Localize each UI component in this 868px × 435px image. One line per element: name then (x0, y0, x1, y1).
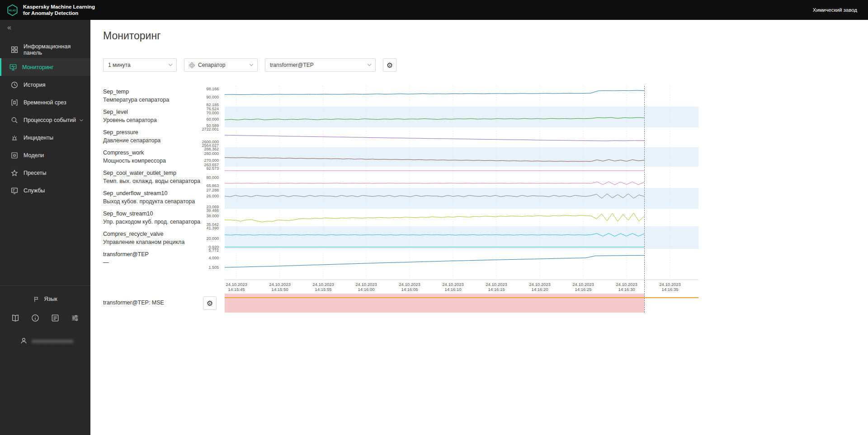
sidebar-item-incidents[interactable]: Инциденты (0, 129, 90, 146)
account-email-redacted: ●●●●●●●●●●●● (32, 338, 74, 344)
x-tick-label: 24.10.202314:15:55 (302, 282, 345, 292)
sidebar-item-dashboard[interactable]: Информационная панель (0, 41, 90, 58)
sidebar-item-services[interactable]: Службы (0, 182, 90, 199)
sliders-icon (71, 313, 80, 323)
info-icon (31, 313, 40, 323)
signal-row[interactable]: Sep_cool_water_outlet_tempТемп. вых. охл… (103, 170, 200, 184)
monitoring-chart[interactable] (225, 86, 698, 280)
sidebar-collapse-button[interactable]: « (7, 23, 11, 32)
series-Sep_pressure (225, 135, 644, 141)
sidebar-item-label: Инциденты (24, 135, 53, 141)
x-tick-label: 24.10.202314:16:30 (605, 282, 648, 292)
presets-star-icon (10, 169, 19, 177)
document-list-icon (51, 313, 60, 323)
time-cursor-line[interactable] (644, 86, 645, 313)
sidebar-item-monitoring[interactable]: Мониторинг (0, 58, 90, 76)
news-button[interactable] (51, 313, 60, 323)
x-tick-label: 24.10.202314:16:15 (475, 282, 518, 292)
sidebar-item-label: Процессор событий (24, 117, 76, 123)
mse-anomaly-fill (225, 294, 644, 313)
row-stripe (225, 107, 698, 127)
x-tick-label: 24.10.202314:16:10 (431, 282, 475, 292)
row-stripe (225, 226, 698, 249)
sidebar-tools (0, 313, 90, 323)
series-Sep_flow_stream10 (225, 213, 644, 222)
chevron-down-icon (368, 62, 372, 66)
sidebar-item-event-processor[interactable]: Процессор событий (0, 111, 90, 129)
kaspersky-mlad-logo-icon: MLAD (6, 4, 19, 16)
series-transformer@TEP (225, 255, 644, 267)
x-tick-label: 24.10.202314:16:25 (561, 282, 605, 292)
sidebar-item-label: Пресеты (24, 170, 46, 176)
services-icon (10, 187, 19, 195)
sidebar-item-label: Информационная панель (24, 43, 90, 56)
sidebar-item-label: Временной срез (24, 99, 66, 106)
sidebar-item-history[interactable]: История (0, 76, 90, 94)
mse-threshold-line (225, 297, 698, 298)
signal-row[interactable]: Compress_workМощность компрессора (103, 150, 166, 164)
x-tick-label: 24.10.202314:16:35 (648, 282, 692, 292)
language-button[interactable]: Язык (0, 290, 90, 308)
sidebar: « Информационная панель Мониторинг Истор… (0, 20, 90, 435)
mse-settings-button[interactable]: ⚙ (203, 296, 217, 310)
component-icon (189, 62, 195, 68)
signal-row[interactable]: Sep_flow_stream10Упр. расходом куб. прод… (103, 210, 200, 225)
chevron-down-icon (79, 117, 84, 123)
brand: MLAD Kaspersky Machine Learning for Anom… (6, 4, 95, 16)
sidebar-item-label: История (24, 82, 45, 88)
interval-select[interactable]: 1 минута (103, 58, 177, 72)
group-select[interactable]: Сепаратор (184, 58, 258, 72)
signal-row[interactable]: Sep_levelУровень сепаратора (103, 109, 157, 123)
series-Sep_temp (225, 90, 644, 94)
svg-text:MLAD: MLAD (9, 9, 16, 11)
language-label: Язык (44, 296, 57, 302)
x-tick-label: 24.10.202314:16:20 (518, 282, 561, 292)
history-clock-icon (10, 81, 19, 89)
top-header: MLAD Kaspersky Machine Learning for Anom… (0, 0, 868, 20)
time-slice-icon (10, 98, 19, 107)
signal-row[interactable]: Sep_tempТемпература сепаратора (103, 89, 169, 103)
organization-name[interactable]: Химический завод (813, 7, 857, 13)
interval-value: 1 минута (108, 62, 131, 68)
x-tick-label: 24.10.202314:15:50 (258, 282, 302, 292)
mse-label: transformer@TEP: MSE (103, 299, 164, 306)
x-tick-label: 24.10.202314:16:00 (344, 282, 388, 292)
x-axis: 24.10.202314:15:4524.10.202314:15:5024.1… (225, 282, 698, 294)
gear-icon: ⚙ (387, 61, 393, 70)
model-value: transformer@TEP (270, 62, 314, 68)
sidebar-item-presets[interactable]: Пресеты (0, 164, 90, 182)
sidebar-item-label: Службы (24, 187, 45, 194)
sidebar-item-time-slice[interactable]: Временной срез (0, 94, 90, 111)
row-stripe (225, 147, 698, 167)
language-flag-icon (33, 296, 40, 303)
sidebar-nav: Информационная панель Мониторинг История… (0, 41, 90, 199)
mse-chart[interactable] (225, 294, 698, 313)
chart-settings-button[interactable]: ⚙ (383, 58, 396, 72)
settings-button[interactable] (71, 313, 80, 323)
gear-icon: ⚙ (207, 299, 213, 308)
monitoring-icon (9, 63, 17, 71)
chevron-down-icon (169, 62, 173, 66)
signal-row[interactable]: Sep_underflow_stream10Выход кубов. проду… (103, 190, 195, 205)
info-button[interactable] (31, 313, 40, 323)
mlad-app: { "header": { "product_line1": "Kaspersk… (0, 0, 868, 435)
row-stripe (225, 188, 698, 209)
account-button[interactable]: ●●●●●●●●●●●● (0, 337, 90, 345)
signal-row[interactable]: Sep_pressureДавление сепаратора (103, 129, 160, 144)
group-value: Сепаратор (198, 62, 225, 68)
signal-row[interactable]: transformer@TEP— (103, 251, 149, 266)
manual-button[interactable] (11, 313, 20, 323)
toolbar: 1 минута Сепаратор transformer@TEP ⚙ (103, 58, 396, 72)
product-name: Kaspersky Machine Learning for Anomaly D… (23, 4, 95, 16)
sidebar-item-models[interactable]: Модели (0, 146, 90, 164)
user-icon (20, 337, 28, 345)
x-tick-label: 24.10.202314:16:05 (388, 282, 431, 292)
series-Sep_cool_water_outlet_temp (225, 182, 644, 185)
signal-row[interactable]: Compres_recycle_valveУправление клапаном… (103, 231, 184, 245)
sidebar-divider (0, 285, 90, 286)
chevron-down-icon (250, 62, 254, 66)
models-icon (10, 151, 19, 159)
model-select[interactable]: transformer@TEP (265, 58, 376, 72)
sidebar-item-label: Мониторинг (22, 64, 53, 70)
event-processor-icon (10, 116, 19, 124)
